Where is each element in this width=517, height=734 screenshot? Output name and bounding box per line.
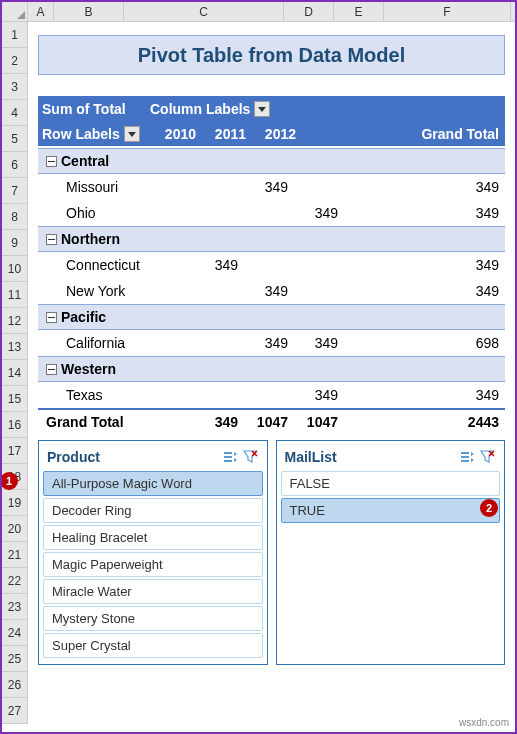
row-headers: 1234567891011121314151617181920212223242… (2, 22, 28, 724)
data-row[interactable]: Texas349349 (38, 382, 505, 408)
slicer-item[interactable]: Magic Paperweight (43, 552, 263, 577)
row-header-14[interactable]: 14 (2, 360, 28, 386)
slicer-item[interactable]: TRUE (281, 498, 501, 523)
slicer-item[interactable]: FALSE (281, 471, 501, 496)
row-header-10[interactable]: 10 (2, 256, 28, 282)
row-header-9[interactable]: 9 (2, 230, 28, 256)
col-header-b[interactable]: B (54, 2, 124, 21)
row-header-1[interactable]: 1 (2, 22, 28, 48)
pivot-header-2: Row Labels 2010 2011 2012 Grand Total (38, 122, 505, 148)
sum-of-total-label: Sum of Total (38, 101, 146, 117)
row-header-5[interactable]: 5 (2, 126, 28, 152)
col-header-e[interactable]: E (334, 2, 384, 21)
row-header-13[interactable]: 13 (2, 334, 28, 360)
pivot-table: Sum of Total Column Labels Row Labels 20… (38, 96, 505, 434)
year-2011-header[interactable]: 2011 (196, 126, 246, 142)
product-slicer[interactable]: Product All-Purpose Magic WordDecoder Ri… (38, 440, 268, 665)
row-header-20[interactable]: 20 (2, 516, 28, 542)
collapse-icon[interactable] (46, 364, 57, 375)
product-slicer-items: All-Purpose Magic WordDecoder RingHealin… (43, 471, 263, 658)
col-header-d[interactable]: D (284, 2, 334, 21)
maillist-slicer-header: MailList (281, 445, 501, 469)
column-labels-cell: Column Labels (146, 101, 505, 117)
grand-total-row: Grand Total 349 1047 1047 2443 (38, 408, 505, 434)
row-header-24[interactable]: 24 (2, 620, 28, 646)
slicer-item[interactable]: Miracle Water (43, 579, 263, 604)
pivot-body: CentralMissouri349349Ohio349349NorthernC… (38, 148, 505, 408)
data-row[interactable]: Missouri349349 (38, 174, 505, 200)
pivot-header-1: Sum of Total Column Labels (38, 96, 505, 122)
maillist-slicer-title: MailList (285, 449, 457, 465)
grand-total-header[interactable]: Grand Total (296, 126, 505, 142)
row-header-12[interactable]: 12 (2, 308, 28, 334)
row-header-2[interactable]: 2 (2, 48, 28, 74)
row-header-11[interactable]: 11 (2, 282, 28, 308)
row-header-21[interactable]: 21 (2, 542, 28, 568)
region-row[interactable]: Western (38, 356, 505, 382)
year-2012-header[interactable]: 2012 (246, 126, 296, 142)
slicer-item[interactable]: All-Purpose Magic Word (43, 471, 263, 496)
maillist-slicer-items: FALSETRUE (281, 471, 501, 523)
data-row[interactable]: New York349349 (38, 278, 505, 304)
row-header-26[interactable]: 26 (2, 672, 28, 698)
region-row[interactable]: Central (38, 148, 505, 174)
watermark: wsxdn.com (459, 717, 509, 728)
slicers-container: Product All-Purpose Magic WordDecoder Ri… (38, 440, 505, 665)
clear-filter-icon[interactable] (478, 448, 496, 466)
product-slicer-title: Product (47, 449, 219, 465)
row-header-6[interactable]: 6 (2, 152, 28, 178)
multi-select-icon[interactable] (458, 448, 476, 466)
row-labels-cell: Row Labels (38, 126, 146, 142)
data-row[interactable]: California349349698 (38, 330, 505, 356)
row-header-4[interactable]: 4 (2, 100, 28, 126)
collapse-icon[interactable] (46, 234, 57, 245)
col-header-a[interactable]: A (28, 2, 54, 21)
maillist-slicer[interactable]: MailList FALSETRUE 2 (276, 440, 506, 665)
row-header-16[interactable]: 16 (2, 412, 28, 438)
row-header-8[interactable]: 8 (2, 204, 28, 230)
clear-filter-icon[interactable] (241, 448, 259, 466)
row-labels-filter-button[interactable] (124, 126, 140, 142)
slicer-item[interactable]: Healing Bracelet (43, 525, 263, 550)
row-header-7[interactable]: 7 (2, 178, 28, 204)
slicer-item[interactable]: Mystery Stone (43, 606, 263, 631)
slicer-item[interactable]: Decoder Ring (43, 498, 263, 523)
region-row[interactable]: Pacific (38, 304, 505, 330)
data-row[interactable]: Ohio349349 (38, 200, 505, 226)
row-header-27[interactable]: 27 (2, 698, 28, 724)
row-header-22[interactable]: 22 (2, 568, 28, 594)
collapse-icon[interactable] (46, 156, 57, 167)
callout-2: 2 (480, 499, 498, 517)
row-header-25[interactable]: 25 (2, 646, 28, 672)
row-header-23[interactable]: 23 (2, 594, 28, 620)
collapse-icon[interactable] (46, 312, 57, 323)
title-banner: Pivot Table from Data Model (38, 35, 505, 75)
column-headers: A B C D E F (2, 2, 515, 22)
row-header-3[interactable]: 3 (2, 74, 28, 100)
row-header-17[interactable]: 17 (2, 438, 28, 464)
data-row[interactable]: Connecticut349349 (38, 252, 505, 278)
select-all-cell[interactable] (2, 2, 28, 21)
region-row[interactable]: Northern (38, 226, 505, 252)
slicer-item[interactable]: Super Crystal (43, 633, 263, 658)
col-header-c[interactable]: C (124, 2, 284, 21)
page-title: Pivot Table from Data Model (138, 44, 405, 67)
multi-select-icon[interactable] (221, 448, 239, 466)
callout-1: 1 (0, 472, 18, 490)
col-header-f[interactable]: F (384, 2, 511, 21)
column-labels-filter-button[interactable] (254, 101, 270, 117)
row-header-15[interactable]: 15 (2, 386, 28, 412)
year-2010-header[interactable]: 2010 (146, 126, 196, 142)
row-header-19[interactable]: 19 (2, 490, 28, 516)
grid-area: Pivot Table from Data Model Sum of Total… (28, 22, 515, 671)
product-slicer-header: Product (43, 445, 263, 469)
